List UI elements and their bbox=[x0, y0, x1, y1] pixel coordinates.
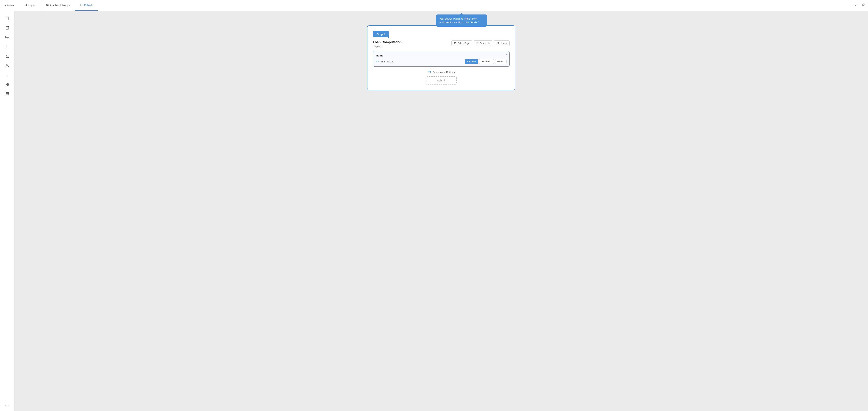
svg-rect-14 bbox=[6, 36, 9, 38]
hidden-page-button[interactable]: Hidden bbox=[494, 40, 509, 46]
svg-point-1 bbox=[26, 4, 27, 5]
submission-text: Submission Buttons bbox=[432, 71, 455, 74]
publish-tooltip: Your changes won't be visible in the pub… bbox=[436, 14, 487, 27]
page-title-group: Loan Computation Help text bbox=[373, 40, 402, 48]
field-type-info: Short Text #2 bbox=[376, 60, 394, 63]
main-container: ··· Your changes won't be visible in the… bbox=[0, 11, 868, 411]
svg-rect-26 bbox=[6, 92, 9, 95]
read-only-page-button[interactable]: Read-only bbox=[474, 40, 492, 46]
svg-point-6 bbox=[47, 4, 48, 5]
nav-logics[interactable]: Logics bbox=[19, 0, 41, 11]
svg-point-19 bbox=[6, 64, 8, 66]
nav-home[interactable]: ‹ Home bbox=[0, 0, 19, 11]
nav-home-label: Home bbox=[7, 4, 14, 7]
sidebar-icon-upload[interactable] bbox=[3, 52, 11, 60]
delete-page-label: Delete Page bbox=[458, 42, 469, 45]
svg-rect-25 bbox=[7, 85, 9, 86]
field-close-button[interactable]: × bbox=[506, 53, 507, 55]
delete-page-button[interactable]: Delete Page bbox=[452, 40, 472, 46]
submit-label: Submit bbox=[437, 79, 445, 82]
svg-line-4 bbox=[25, 5, 26, 6]
sidebar-icon-edit[interactable] bbox=[3, 43, 11, 51]
sidebar-icon-text[interactable] bbox=[3, 71, 11, 79]
nav-preview-label: Preview & Design bbox=[50, 4, 70, 7]
home-back-icon: ‹ bbox=[5, 4, 6, 7]
step-label: Step 1 bbox=[377, 33, 385, 36]
svg-rect-36 bbox=[376, 61, 378, 62]
page-header: Loan Computation Help text Delete Page bbox=[373, 40, 509, 48]
nav-spacer: ··· bbox=[852, 0, 868, 11]
svg-line-9 bbox=[864, 6, 865, 6]
hidden-icon bbox=[497, 42, 499, 45]
preview-icon bbox=[46, 4, 49, 7]
svg-point-5 bbox=[46, 4, 49, 6]
page-help-text: Help text bbox=[373, 45, 402, 48]
sidebar-icon-grid[interactable] bbox=[3, 80, 11, 88]
svg-rect-22 bbox=[6, 83, 7, 84]
svg-line-3 bbox=[25, 4, 26, 5]
sidebar: ··· bbox=[0, 11, 14, 411]
sidebar-icon-monitor[interactable] bbox=[3, 33, 11, 41]
sidebar-icon-layout[interactable] bbox=[3, 14, 11, 23]
field-hidden-button[interactable]: Hidden bbox=[495, 59, 506, 64]
nav-publish-label: Publish bbox=[84, 4, 93, 7]
svg-point-35 bbox=[497, 43, 498, 43]
field-row: Short Text #2 Required Read-only Hidden bbox=[376, 59, 506, 64]
short-text-icon bbox=[376, 60, 379, 63]
nav-search-button[interactable] bbox=[862, 3, 865, 7]
nav-publish[interactable]: Publish bbox=[75, 0, 98, 11]
svg-rect-31 bbox=[455, 42, 456, 44]
field-required-button[interactable]: Required bbox=[465, 59, 478, 64]
publish-icon bbox=[80, 3, 83, 7]
trash-icon bbox=[454, 42, 457, 45]
page-title: Loan Computation bbox=[373, 40, 402, 44]
read-only-icon bbox=[476, 42, 479, 45]
step-badge: Step 1 bbox=[373, 31, 389, 37]
field-read-only-button[interactable]: Read-only bbox=[479, 59, 494, 64]
sidebar-icon-person[interactable] bbox=[3, 62, 11, 69]
submit-button[interactable]: Submit bbox=[426, 77, 457, 85]
page-actions: Delete Page Read-only bbox=[452, 40, 509, 46]
field-card: × Name Short Text #2 Required bbox=[373, 51, 509, 67]
svg-rect-13 bbox=[6, 26, 9, 29]
nav-more-button[interactable]: ··· bbox=[855, 3, 859, 7]
svg-point-2 bbox=[26, 5, 27, 6]
field-name-label: Name bbox=[376, 54, 506, 57]
top-navigation: ‹ Home Logics Preview & Design Publish bbox=[0, 0, 868, 11]
svg-rect-23 bbox=[7, 83, 9, 84]
submission-icon bbox=[428, 70, 431, 74]
read-only-page-label: Read-only bbox=[480, 42, 490, 45]
sidebar-icon-table[interactable] bbox=[3, 90, 11, 98]
svg-point-0 bbox=[25, 5, 25, 5]
sidebar-icon-checkbox[interactable] bbox=[3, 24, 11, 32]
hidden-page-label: Hidden bbox=[500, 42, 507, 45]
svg-rect-24 bbox=[6, 85, 7, 86]
form-card: Step 1 Loan Computation Help text bbox=[367, 25, 515, 90]
content-area: Your changes won't be visible in the pub… bbox=[14, 11, 868, 411]
nav-logics-label: Logics bbox=[28, 4, 36, 7]
field-type-label: Short Text #2 bbox=[381, 60, 394, 63]
logics-icon bbox=[24, 4, 27, 7]
submission-label: Submission Buttons bbox=[373, 70, 509, 74]
submission-section: Submission Buttons Submit bbox=[373, 70, 509, 85]
tooltip-message: Your changes won't be visible in the pub… bbox=[439, 18, 479, 24]
nav-preview[interactable]: Preview & Design bbox=[41, 0, 75, 11]
field-action-buttons: Required Read-only Hidden bbox=[465, 59, 506, 64]
sidebar-more-button[interactable]: ··· bbox=[5, 404, 9, 407]
svg-point-8 bbox=[862, 4, 864, 6]
